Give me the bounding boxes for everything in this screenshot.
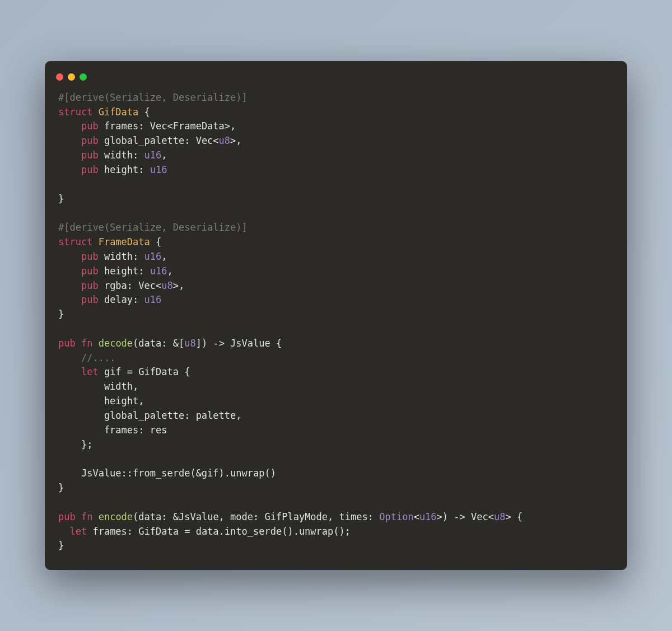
code-text: > { [505,511,522,522]
code-text: width: [99,251,144,262]
type: Option [379,511,413,522]
keyword-pub: pub [58,294,99,305]
code-blank [58,453,64,464]
code-text: { [138,106,150,118]
type: u8 [184,338,195,349]
code-text: , [167,265,173,277]
code-block: #[derive(Serialize, Deserialize)] struct… [45,91,627,554]
code-text: { [150,236,161,247]
keyword-let: let [58,366,99,377]
type: u16 [144,149,162,161]
code-text: } [58,193,64,204]
code-text: ]) -> JsValue { [196,338,282,349]
code-text: gif = GifData { [99,366,190,377]
keyword-pub: pub [58,338,76,349]
keyword-struct: struct [58,236,92,247]
keyword-pub: pub [58,149,99,161]
code-text: height, [58,395,144,406]
fn-name: decode [92,338,133,349]
type: u16 [144,251,162,262]
keyword-fn: fn [76,511,93,522]
close-icon[interactable] [56,73,63,81]
keyword-struct: struct [58,106,92,118]
fn-name: encode [92,511,133,522]
code-text: >, [173,280,184,291]
code-text: } [58,482,64,493]
code-text: , [161,149,167,161]
type: u8 [494,511,505,522]
keyword-let: let [58,526,87,537]
keyword-pub: pub [58,511,76,522]
code-blank [58,497,64,508]
code-text: }; [58,439,92,450]
code-text: global_palette: palette, [58,410,242,421]
code-text: frames: Vec<FrameData>, [99,120,236,132]
keyword-pub: pub [58,135,99,146]
code-text: , [161,251,167,262]
type: u16 [419,511,437,522]
code-text: >, [230,135,241,146]
code-comment: #[derive(Serialize, Deserialize)] [58,92,248,103]
window-titlebar [45,73,627,91]
code-text: delay: [99,294,144,305]
code-text: width: [99,149,144,161]
code-text: } [58,309,64,320]
struct-name: GifData [92,106,138,118]
type: u16 [144,294,162,305]
code-text: global_palette: Vec< [99,135,219,146]
type: u8 [219,135,230,146]
keyword-pub: pub [58,251,99,262]
code-comment: //.... [58,352,115,363]
minimize-icon[interactable] [68,73,75,81]
code-text: JsValue::from_serde(&gif).unwrap() [58,468,276,479]
code-text: frames: res [58,424,167,436]
code-text: (data: &[ [133,338,184,349]
code-text: height: [99,265,150,277]
type: u8 [161,280,172,291]
code-window: #[derive(Serialize, Deserialize)] struct… [45,61,627,571]
code-text: rgba: Vec< [99,280,162,291]
code-text: } [58,540,64,551]
code-text: height: [99,164,150,175]
code-text: frames: GifData = data.into_serde().unwr… [87,526,351,537]
code-blank [58,207,64,218]
code-text: width, [58,381,138,392]
code-comment: #[derive(Serialize, Deserialize)] [58,222,248,233]
code-text: ) -> Vec< [442,511,494,522]
type: u16 [150,164,167,175]
code-text: < [414,511,419,522]
type: u16 [150,265,167,277]
zoom-icon[interactable] [80,73,87,81]
keyword-fn: fn [76,338,93,349]
code-blank [58,179,64,190]
code-blank [58,323,64,334]
code-text: > [437,511,442,522]
struct-name: FrameData [92,236,150,247]
keyword-pub: pub [58,265,99,277]
keyword-pub: pub [58,120,99,132]
keyword-pub: pub [58,164,99,175]
keyword-pub: pub [58,280,99,291]
code-text: (data: &JsValue, mode: GifPlayMode, time… [133,511,379,522]
